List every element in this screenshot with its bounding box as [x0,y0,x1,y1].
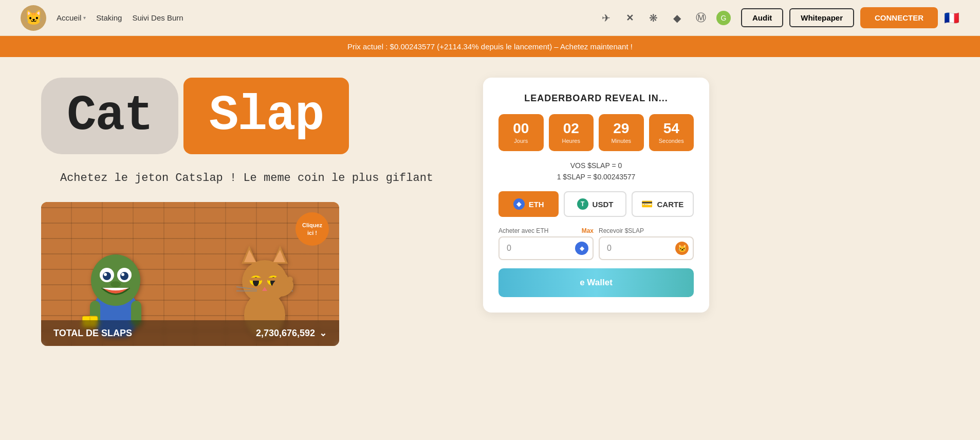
buy-input-label: Acheter avec ETH Max [498,227,594,234]
slap-price-info: 1 $SLAP = $0.00243577 [498,173,694,181]
click-here-bubble[interactable]: Cliquez ici ! [295,212,329,246]
card-icon: 💳 [641,198,653,210]
receive-input-wrapper: 🐱 [599,236,694,260]
hero-subtitle: Achetez le jeton Catslap ! Le meme coin … [41,170,452,187]
site-logo[interactable]: 🐱 [21,5,46,31]
title-slap-background: Slap [183,78,349,154]
ticker-text: Prix actuel : $0.00243577 (+2114.34% dep… [347,42,633,51]
widget-title: LEADERBOARD REVEAL IN... [498,93,694,104]
buy-input-group: Acheter avec ETH Max ◆ [498,227,594,260]
buy-input-wrapper: ◆ [498,236,594,260]
twitter-icon[interactable]: ✕ [622,10,638,26]
slaps-bar: TOTAL DE SLAPS 2,730,676,592 ⌄ [41,320,339,346]
eth-token-icon: ◆ [575,242,588,255]
opensea-icon[interactable]: ◆ [669,10,686,26]
slaps-value: 2,730,676,592 ⌄ [256,327,327,339]
svg-point-5 [120,272,128,280]
svg-point-32 [281,274,288,281]
usdt-icon: T [577,198,588,210]
countdown-days: 00 Jours [498,114,544,151]
chevron-down-icon: ▾ [83,15,86,21]
left-section: Cat Slap Achetez le jeton Catslap ! Le m… [41,78,452,346]
right-section: LEADERBOARD REVEAL IN... 00 Jours 02 Heu… [483,78,709,346]
whitepaper-button[interactable]: Whitepaper [789,8,854,27]
payment-method-tabs: ◆ ETH T USDT 💳 CARTE [498,191,694,217]
svg-point-8 [110,281,121,287]
hero-title: Cat Slap [41,78,452,154]
countdown-hours: 02 Heures [549,114,594,151]
receive-input-label: Recevoir $SLAP [599,227,694,234]
coingecko-icon[interactable]: G [716,11,731,25]
svg-point-4 [103,272,111,280]
logo-emoji: 🐱 [25,9,43,26]
title-cat-text: Cat [67,88,153,144]
main-content: Cat Slap Achetez le jeton Catslap ! Le m… [0,57,980,346]
svg-point-1 [91,254,140,306]
title-slap-text: Slap [209,88,323,144]
navbar: 🐱 Accueil ▾ Staking Suivi Des Burn ✈ ✕ ❋… [0,0,980,36]
nav-buttons: Audit Whitepaper CONNECTER 🇫🇷 [741,7,959,28]
catslap-token-icon: 🐱 [675,242,689,255]
chevron-down-icon: ⌄ [319,327,327,339]
countdown-timer: 00 Jours 02 Heures 29 Minutes 54 Seconde… [498,114,694,151]
connect-button[interactable]: CONNECTER [860,7,938,28]
input-row: Acheter avec ETH Max ◆ Recevoir $SLAP 🐱 [498,227,694,260]
svg-point-6 [104,273,107,276]
max-button[interactable]: Max [582,227,594,234]
social-links: ✈ ✕ ❋ ◆ Ⓜ G [598,10,731,26]
svg-point-7 [121,273,124,276]
tab-eth-button[interactable]: ◆ ETH [498,191,559,217]
nav-links: Accueil ▾ Staking Suivi Des Burn [57,13,183,22]
ticker-banner: Prix actuel : $0.00243577 (+2114.34% dep… [0,36,980,57]
eth-icon: ◆ [513,198,525,210]
countdown-seconds: 54 Secondes [649,114,694,151]
title-cat-background: Cat [41,78,178,154]
tab-usdt-button[interactable]: T USDT [564,191,626,217]
countdown-minutes: 29 Minutes [599,114,644,151]
coinmarketcap-icon[interactable]: Ⓜ [693,10,709,26]
telegram-icon[interactable]: ✈ [598,10,615,26]
tab-carte-button[interactable]: 💳 CARTE [632,191,694,217]
vos-slap-info: VOS $SLAP = 0 [498,161,694,170]
audit-button[interactable]: Audit [741,8,783,27]
language-flag[interactable]: 🇫🇷 [944,11,959,25]
nav-suivi-burn[interactable]: Suivi Des Burn [132,13,183,22]
svg-point-33 [287,277,293,283]
connect-wallet-button[interactable]: e Wallet [498,268,694,297]
receive-input-group: Recevoir $SLAP 🐱 [599,227,694,260]
svg-rect-23 [250,278,262,281]
meme-container[interactable]: Cliquez ici ! TOTAL DE SLAPS 2,730,676,5… [41,202,339,346]
purchase-widget: LEADERBOARD REVEAL IN... 00 Jours 02 Heu… [483,78,709,313]
slaps-label: TOTAL DE SLAPS [53,328,132,339]
nav-accueil[interactable]: Accueil ▾ [57,13,86,22]
nav-staking[interactable]: Staking [96,13,122,22]
discord-icon[interactable]: ❋ [645,10,662,26]
